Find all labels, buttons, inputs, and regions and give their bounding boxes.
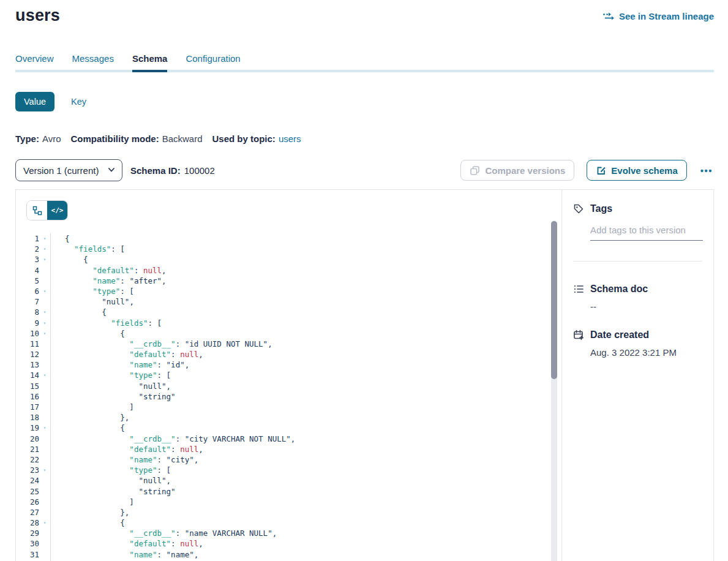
schema-doc-section: Schema doc --: [573, 284, 702, 312]
fold-spacer: [39, 538, 50, 549]
editor-scrollbar[interactable]: [551, 220, 557, 561]
line-number: 22: [21, 454, 39, 465]
code-text: "fields": [: [50, 318, 561, 328]
fold-toggle-icon[interactable]: ▾: [39, 318, 50, 328]
compatibility-label: Compatibility mode:: [70, 134, 159, 144]
fold-spacer: [39, 454, 50, 465]
compare-versions-button[interactable]: Compare versions: [460, 160, 574, 181]
line-number: 19: [21, 423, 39, 433]
line-number: 23: [21, 465, 39, 475]
fold-toggle-icon[interactable]: ▾: [39, 370, 50, 380]
view-mode-toggle: </>: [26, 200, 68, 220]
fold-toggle-icon[interactable]: ▾: [39, 244, 50, 254]
add-tags-input[interactable]: [590, 225, 703, 241]
line-number: 29: [21, 528, 39, 538]
code-text: "name": "id",: [50, 360, 561, 370]
details-sidebar: Tags Schema doc: [561, 190, 713, 561]
code-text: ]: [50, 402, 561, 412]
schema-meta-row: Type: Avro Compatibility mode: Backward …: [15, 134, 714, 144]
page-title: users: [15, 6, 60, 25]
fold-spacer: [39, 475, 50, 486]
code-text: {: [50, 518, 561, 528]
topic-link[interactable]: users: [279, 134, 301, 144]
code-line: 10▾ {: [21, 328, 561, 339]
schema-id-label: Schema ID:: [130, 165, 181, 176]
compatibility-value: Backward: [162, 134, 203, 144]
fold-toggle-icon[interactable]: ▾: [39, 307, 50, 317]
code-text: {: [50, 233, 561, 244]
line-number: 5: [21, 276, 39, 286]
fold-spacer: [39, 265, 50, 276]
tab-messages[interactable]: Messages: [72, 53, 114, 72]
more-options-button[interactable]: •••: [699, 165, 714, 176]
fold-toggle-icon[interactable]: ▾: [39, 423, 50, 433]
code-line: 9▾ "fields": [: [21, 318, 561, 328]
fold-toggle-icon[interactable]: ▾: [39, 465, 50, 475]
fold-toggle-icon[interactable]: ▾: [39, 254, 50, 265]
code-text: {: [50, 254, 561, 265]
tab-schema[interactable]: Schema: [132, 53, 168, 72]
code-text: "__crdb__": "id UUID NOT NULL",: [50, 339, 561, 349]
code-text: "__crdb__": "name VARCHAR NULL",: [50, 528, 561, 538]
fold-toggle-icon[interactable]: ▾: [39, 518, 50, 528]
tab-overview[interactable]: Overview: [15, 53, 54, 72]
compare-versions-label: Compare versions: [485, 165, 565, 176]
code-line: 30 "default": null,: [21, 538, 561, 549]
code-text: "name": "name",: [50, 549, 561, 560]
type-value: Avro: [42, 134, 61, 144]
code-text: {: [50, 328, 561, 339]
tags-section: Tags: [573, 203, 702, 241]
line-number: 2: [21, 244, 39, 254]
page: users See in Stream lineage Overview Mes…: [0, 0, 728, 561]
fold-toggle-icon[interactable]: ▾: [39, 233, 50, 244]
fold-spacer: [39, 296, 50, 307]
code-text: "string": [50, 486, 561, 497]
code-text: "type": [: [50, 370, 561, 380]
code-line: 11 "__crdb__": "id UUID NOT NULL",: [21, 339, 561, 349]
code-line: 28▾ {: [21, 518, 561, 528]
tag-icon: [573, 203, 584, 214]
line-number: 4: [21, 265, 39, 276]
line-number: 8: [21, 307, 39, 317]
line-number: 24: [21, 475, 39, 486]
value-toggle-button[interactable]: Value: [15, 92, 54, 111]
evolve-schema-button[interactable]: Evolve schema: [587, 160, 686, 181]
fold-spacer: [39, 444, 50, 454]
version-select[interactable]: Version 1 (current): [15, 159, 122, 181]
code-line: 22 "name": "city",: [21, 454, 561, 465]
code-line: 15 "null",: [21, 381, 561, 391]
used-by-topic-label: Used by topic:: [212, 134, 276, 144]
tab-configuration[interactable]: Configuration: [186, 53, 240, 72]
stream-lineage-link[interactable]: See in Stream lineage: [602, 11, 714, 21]
line-number: 20: [21, 434, 39, 444]
code-line: 8▾ {: [21, 307, 561, 317]
line-number: 21: [21, 444, 39, 454]
tree-view-icon: [32, 206, 42, 216]
type-label: Type:: [15, 134, 39, 144]
key-toggle-button[interactable]: Key: [71, 97, 86, 107]
code-line: 21 "default": null,: [21, 444, 561, 454]
date-created-value: Aug. 3 2022 3:21 PM: [590, 347, 702, 358]
scrollbar-thumb[interactable]: [551, 221, 557, 379]
fold-spacer: [39, 360, 50, 370]
tree-view-button[interactable]: [27, 201, 47, 220]
fold-toggle-icon[interactable]: ▾: [39, 286, 50, 296]
code-line: 26 ]: [21, 497, 561, 507]
line-number: 6: [21, 286, 39, 296]
version-bar: Version 1 (current) Schema ID: 100002 Co…: [15, 159, 714, 181]
code-line: 12 "default": null,: [21, 349, 561, 360]
tab-bar: Overview Messages Schema Configuration: [15, 53, 714, 72]
calendar-plus-icon: [573, 329, 584, 341]
schema-doc-title: Schema doc: [590, 284, 648, 295]
code-line: 18 },: [21, 412, 561, 423]
line-number: 30: [21, 538, 39, 549]
code-text: "null",: [50, 296, 561, 307]
line-number: 14: [21, 370, 39, 380]
line-number: 12: [21, 349, 39, 360]
fold-spacer: [39, 486, 50, 497]
date-created-title: Date created: [590, 329, 649, 341]
fold-toggle-icon[interactable]: ▾: [39, 328, 50, 339]
code-line: 25 "string": [21, 486, 561, 497]
code-text: "type": [: [50, 465, 561, 475]
code-view-button[interactable]: </>: [47, 201, 67, 220]
